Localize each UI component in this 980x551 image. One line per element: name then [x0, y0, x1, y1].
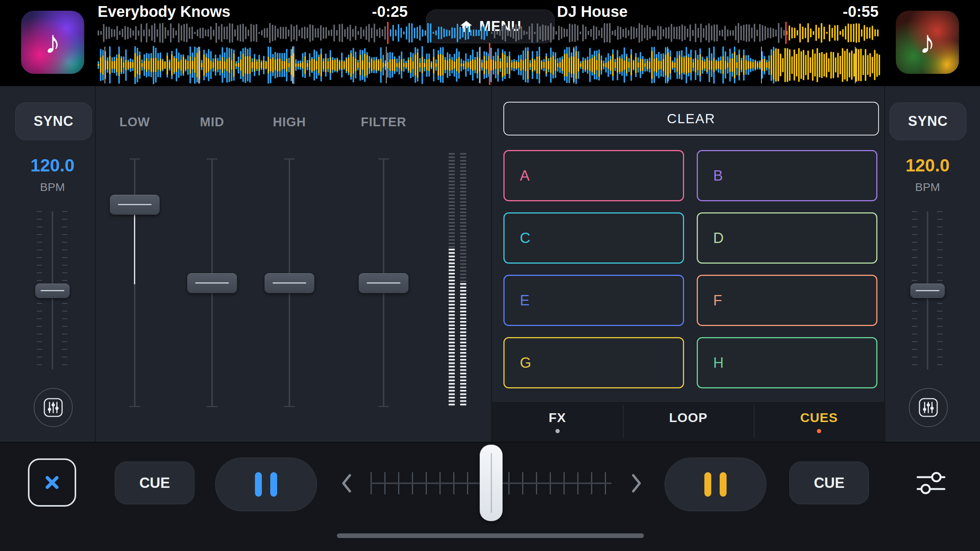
eq-high-label: HIGH — [250, 115, 328, 129]
cue-pad-a[interactable]: A — [503, 150, 684, 201]
crossfader[interactable] — [371, 440, 612, 526]
deck-a-album-art[interactable]: ♪ — [21, 11, 84, 74]
music-note-icon: ♪ — [896, 11, 959, 74]
crossfader-handle[interactable] — [480, 445, 503, 521]
deck-b-pitch-fader-handle[interactable] — [910, 284, 945, 298]
deck-b-overview-waveform[interactable] — [491, 23, 882, 43]
tab-label: LOOP — [669, 410, 707, 425]
main-waveform[interactable] — [98, 46, 882, 84]
eq-mid-fader[interactable] — [187, 159, 237, 406]
tab-loop[interactable]: LOOP — [623, 401, 754, 442]
cue-pad-h[interactable]: H — [697, 337, 877, 388]
fx-off-button[interactable] — [28, 458, 76, 507]
crossfader-left-chevron[interactable] — [337, 471, 356, 496]
deck-a-time-remaining: -0:25 — [337, 3, 408, 20]
pause-icon — [270, 472, 277, 497]
deck-a-pitch-fader-handle[interactable] — [35, 284, 70, 298]
pause-icon — [255, 472, 262, 497]
cue-pad-label: E — [520, 292, 529, 309]
deck-a-cue-button[interactable]: CUE — [115, 461, 194, 504]
settings-sliders-button[interactable] — [908, 460, 954, 506]
pause-icon — [720, 472, 727, 497]
deck-a-pitch-fader[interactable] — [23, 207, 82, 375]
filter-fader[interactable] — [359, 159, 408, 406]
cue-pad-e[interactable]: E — [503, 275, 684, 326]
music-note-icon: ♪ — [21, 11, 84, 74]
home-indicator[interactable] — [337, 533, 644, 538]
deck-b-track-title: DJ House — [557, 3, 628, 20]
close-icon — [42, 472, 62, 493]
crossfader-right-chevron[interactable] — [627, 471, 646, 496]
cue-pad-label: A — [520, 168, 529, 184]
level-meter-lit — [449, 249, 455, 407]
pause-icon — [704, 472, 711, 497]
divider — [884, 86, 885, 442]
chevron-left-icon — [341, 473, 352, 493]
mini-mixer-icon — [918, 397, 939, 418]
cue-pad-label: D — [713, 230, 724, 246]
eq-high-fader[interactable] — [265, 159, 314, 406]
deck-b-bpm-unit: BPM — [880, 181, 975, 194]
fader-deviation-line — [134, 215, 135, 284]
deck-b-time-remaining: -0:55 — [808, 3, 879, 20]
deck-b-pitch-fader[interactable] — [898, 207, 957, 375]
eq-low-fader-handle[interactable] — [110, 195, 160, 215]
eq-mid-label: MID — [173, 115, 251, 129]
cue-pad-f[interactable]: F — [697, 275, 877, 326]
cue-pad-label: F — [713, 292, 722, 309]
deck-a-overview-waveform[interactable] — [98, 23, 489, 43]
eq-mid-fader-handle[interactable] — [187, 273, 237, 293]
tab-label: CUES — [800, 410, 838, 425]
deck-a-sync-button[interactable]: SYNC — [15, 103, 92, 140]
cue-pad-label: H — [713, 355, 724, 371]
cue-pad-d[interactable]: D — [697, 212, 877, 264]
cue-pad-c[interactable]: C — [503, 212, 684, 264]
deck-a-adjust-button[interactable] — [34, 388, 73, 427]
divider — [491, 86, 492, 442]
deck-b-cue-button[interactable]: CUE — [789, 461, 869, 504]
eq-high-fader-handle[interactable] — [265, 273, 314, 293]
sliders-icon — [916, 471, 946, 495]
deck-a-track-title: Everybody Knows — [98, 3, 230, 20]
tab-fx[interactable]: FX — [492, 401, 623, 442]
level-meter-left — [449, 153, 455, 407]
deck-b-play-button[interactable] — [665, 458, 766, 511]
level-meter-right — [460, 153, 466, 407]
deck-b-sync-button[interactable]: SYNC — [890, 103, 966, 140]
deck-b-album-art[interactable]: ♪ — [896, 11, 959, 74]
divider — [95, 86, 96, 442]
deck-a-play-button[interactable] — [215, 458, 317, 511]
tab-indicator-dot — [555, 429, 560, 433]
mini-mixer-icon — [43, 397, 64, 418]
deck-a-bpm-unit: BPM — [5, 181, 100, 194]
cue-pad-label: G — [520, 355, 531, 371]
cue-pad-b[interactable]: B — [697, 150, 877, 201]
chevron-right-icon — [631, 473, 642, 493]
cue-pad-label: B — [713, 168, 723, 184]
deck-b-adjust-button[interactable] — [909, 388, 948, 427]
deck-b-bpm-value[interactable]: 120.0 — [880, 155, 975, 176]
filter-label: FILTER — [345, 115, 423, 129]
cue-pad-label: C — [520, 230, 530, 246]
eq-low-fader[interactable] — [110, 159, 160, 406]
dj-app: ♪ Everybody Knows -0:25 MENU DJ House -0… — [0, 0, 980, 551]
clear-button[interactable]: CLEAR — [503, 102, 879, 135]
deck-a-bpm-value[interactable]: 120.0 — [5, 155, 100, 176]
eq-low-label: LOW — [96, 115, 174, 129]
tab-cues[interactable]: CUES — [754, 401, 884, 442]
tab-label: FX — [549, 410, 566, 425]
cue-pad-g[interactable]: G — [503, 337, 684, 388]
filter-fader-handle[interactable] — [359, 273, 408, 293]
tab-indicator-dot — [817, 429, 821, 433]
level-meter-lit — [460, 283, 466, 407]
